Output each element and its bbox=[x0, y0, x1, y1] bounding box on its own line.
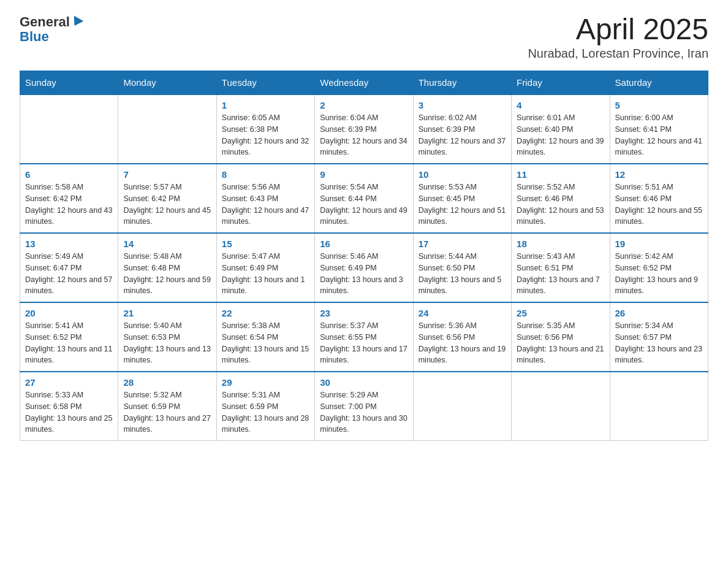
day-number: 25 bbox=[517, 308, 604, 318]
calendar-cell: 16Sunrise: 5:46 AMSunset: 6:49 PMDayligh… bbox=[315, 233, 413, 302]
calendar-cell: 11Sunrise: 5:52 AMSunset: 6:46 PMDayligh… bbox=[512, 164, 610, 233]
day-number: 1 bbox=[222, 100, 309, 110]
day-number: 8 bbox=[222, 169, 309, 180]
day-number: 15 bbox=[222, 239, 309, 249]
day-number: 28 bbox=[123, 377, 211, 388]
location-text: Nurabad, Lorestan Province, Iran bbox=[528, 47, 708, 61]
day-info: Sunrise: 6:01 AMSunset: 6:40 PMDaylight:… bbox=[517, 112, 604, 158]
day-info: Sunrise: 6:02 AMSunset: 6:39 PMDaylight:… bbox=[419, 112, 506, 158]
day-info: Sunrise: 5:36 AMSunset: 6:56 PMDaylight:… bbox=[419, 320, 506, 366]
logo: General Blue bbox=[20, 15, 82, 44]
day-number: 22 bbox=[222, 308, 309, 318]
calendar-cell: 4Sunrise: 6:01 AMSunset: 6:40 PMDaylight… bbox=[512, 94, 610, 164]
day-info: Sunrise: 5:47 AMSunset: 6:49 PMDaylight:… bbox=[222, 251, 309, 297]
day-number: 23 bbox=[320, 308, 408, 318]
day-number: 11 bbox=[517, 169, 604, 180]
calendar-cell: 15Sunrise: 5:47 AMSunset: 6:49 PMDayligh… bbox=[216, 233, 314, 302]
day-number: 12 bbox=[615, 169, 703, 180]
calendar-cell: 6Sunrise: 5:58 AMSunset: 6:42 PMDaylight… bbox=[20, 164, 118, 233]
logo-general-text: General bbox=[20, 15, 70, 29]
day-number: 13 bbox=[25, 239, 113, 249]
day-number: 5 bbox=[615, 100, 703, 110]
day-info: Sunrise: 5:35 AMSunset: 6:56 PMDaylight:… bbox=[517, 320, 604, 366]
calendar-cell: 29Sunrise: 5:31 AMSunset: 6:59 PMDayligh… bbox=[216, 372, 314, 441]
calendar-cell: 10Sunrise: 5:53 AMSunset: 6:45 PMDayligh… bbox=[413, 164, 511, 233]
day-info: Sunrise: 5:58 AMSunset: 6:42 PMDaylight:… bbox=[25, 182, 113, 228]
calendar-cell: 3Sunrise: 6:02 AMSunset: 6:39 PMDaylight… bbox=[413, 94, 511, 164]
day-info: Sunrise: 5:29 AMSunset: 7:00 PMDaylight:… bbox=[320, 389, 408, 435]
day-info: Sunrise: 5:37 AMSunset: 6:55 PMDaylight:… bbox=[320, 320, 408, 366]
calendar-week-row: 6Sunrise: 5:58 AMSunset: 6:42 PMDaylight… bbox=[20, 164, 708, 233]
day-number: 16 bbox=[320, 239, 408, 249]
calendar-cell: 17Sunrise: 5:44 AMSunset: 6:50 PMDayligh… bbox=[413, 233, 511, 302]
day-info: Sunrise: 5:51 AMSunset: 6:46 PMDaylight:… bbox=[615, 182, 703, 228]
day-number: 14 bbox=[123, 239, 211, 249]
calendar-cell: 12Sunrise: 5:51 AMSunset: 6:46 PMDayligh… bbox=[610, 164, 708, 233]
weekday-header-monday: Monday bbox=[118, 71, 216, 95]
weekday-header-wednesday: Wednesday bbox=[315, 71, 413, 95]
calendar-cell: 24Sunrise: 5:36 AMSunset: 6:56 PMDayligh… bbox=[413, 302, 511, 372]
day-info: Sunrise: 5:53 AMSunset: 6:45 PMDaylight:… bbox=[419, 182, 506, 228]
day-number: 4 bbox=[517, 100, 604, 110]
logo-triangle-icon bbox=[70, 16, 84, 29]
calendar-cell: 7Sunrise: 5:57 AMSunset: 6:42 PMDaylight… bbox=[118, 164, 216, 233]
calendar-cell: 26Sunrise: 5:34 AMSunset: 6:57 PMDayligh… bbox=[610, 302, 708, 372]
day-info: Sunrise: 5:32 AMSunset: 6:59 PMDaylight:… bbox=[123, 389, 211, 435]
day-number: 6 bbox=[25, 169, 113, 180]
calendar-cell bbox=[20, 94, 118, 164]
calendar-cell: 8Sunrise: 5:56 AMSunset: 6:43 PMDaylight… bbox=[216, 164, 314, 233]
day-number: 24 bbox=[419, 308, 506, 318]
day-info: Sunrise: 5:43 AMSunset: 6:51 PMDaylight:… bbox=[517, 251, 604, 297]
calendar-week-row: 13Sunrise: 5:49 AMSunset: 6:47 PMDayligh… bbox=[20, 233, 708, 302]
day-info: Sunrise: 5:54 AMSunset: 6:44 PMDaylight:… bbox=[320, 182, 408, 228]
calendar-week-row: 20Sunrise: 5:41 AMSunset: 6:52 PMDayligh… bbox=[20, 302, 708, 372]
day-info: Sunrise: 5:48 AMSunset: 6:48 PMDaylight:… bbox=[123, 251, 211, 297]
day-number: 26 bbox=[615, 308, 703, 318]
weekday-header-friday: Friday bbox=[512, 71, 610, 95]
day-info: Sunrise: 5:42 AMSunset: 6:52 PMDaylight:… bbox=[615, 251, 703, 297]
calendar-cell: 19Sunrise: 5:42 AMSunset: 6:52 PMDayligh… bbox=[610, 233, 708, 302]
day-number: 9 bbox=[320, 169, 408, 180]
day-number: 30 bbox=[320, 377, 408, 388]
calendar-cell: 5Sunrise: 6:00 AMSunset: 6:41 PMDaylight… bbox=[610, 94, 708, 164]
calendar-week-row: 1Sunrise: 6:05 AMSunset: 6:38 PMDaylight… bbox=[20, 94, 708, 164]
calendar-cell bbox=[118, 94, 216, 164]
logo-blue-text: Blue bbox=[20, 29, 49, 44]
day-info: Sunrise: 5:46 AMSunset: 6:49 PMDaylight:… bbox=[320, 251, 408, 297]
day-info: Sunrise: 5:40 AMSunset: 6:53 PMDaylight:… bbox=[123, 320, 211, 366]
calendar-cell bbox=[512, 372, 610, 441]
calendar-cell bbox=[610, 372, 708, 441]
weekday-header-saturday: Saturday bbox=[610, 71, 708, 95]
day-number: 29 bbox=[222, 377, 309, 388]
calendar-cell: 23Sunrise: 5:37 AMSunset: 6:55 PMDayligh… bbox=[315, 302, 413, 372]
day-info: Sunrise: 5:34 AMSunset: 6:57 PMDaylight:… bbox=[615, 320, 703, 366]
calendar-week-row: 27Sunrise: 5:33 AMSunset: 6:58 PMDayligh… bbox=[20, 372, 708, 441]
day-number: 19 bbox=[615, 239, 703, 249]
calendar-cell: 30Sunrise: 5:29 AMSunset: 7:00 PMDayligh… bbox=[315, 372, 413, 441]
month-year-title: April 2025 bbox=[528, 15, 708, 44]
calendar-cell: 20Sunrise: 5:41 AMSunset: 6:52 PMDayligh… bbox=[20, 302, 118, 372]
calendar-cell: 22Sunrise: 5:38 AMSunset: 6:54 PMDayligh… bbox=[216, 302, 314, 372]
day-info: Sunrise: 5:57 AMSunset: 6:42 PMDaylight:… bbox=[123, 182, 211, 228]
calendar-cell: 1Sunrise: 6:05 AMSunset: 6:38 PMDaylight… bbox=[216, 94, 314, 164]
weekday-header-sunday: Sunday bbox=[20, 71, 118, 95]
day-number: 10 bbox=[419, 169, 506, 180]
title-area: April 2025 Nurabad, Lorestan Province, I… bbox=[528, 15, 708, 61]
calendar-cell: 28Sunrise: 5:32 AMSunset: 6:59 PMDayligh… bbox=[118, 372, 216, 441]
day-info: Sunrise: 5:33 AMSunset: 6:58 PMDaylight:… bbox=[25, 389, 113, 435]
day-number: 17 bbox=[419, 239, 506, 249]
calendar-cell: 27Sunrise: 5:33 AMSunset: 6:58 PMDayligh… bbox=[20, 372, 118, 441]
day-info: Sunrise: 5:49 AMSunset: 6:47 PMDaylight:… bbox=[25, 251, 113, 297]
calendar-cell: 18Sunrise: 5:43 AMSunset: 6:51 PMDayligh… bbox=[512, 233, 610, 302]
day-info: Sunrise: 5:56 AMSunset: 6:43 PMDaylight:… bbox=[222, 182, 309, 228]
calendar-cell: 2Sunrise: 6:04 AMSunset: 6:39 PMDaylight… bbox=[315, 94, 413, 164]
day-number: 7 bbox=[123, 169, 211, 180]
day-number: 20 bbox=[25, 308, 113, 318]
day-info: Sunrise: 5:38 AMSunset: 6:54 PMDaylight:… bbox=[222, 320, 309, 366]
calendar-header-row: SundayMondayTuesdayWednesdayThursdayFrid… bbox=[20, 71, 708, 95]
calendar-cell bbox=[413, 372, 511, 441]
day-number: 2 bbox=[320, 100, 408, 110]
day-info: Sunrise: 6:04 AMSunset: 6:39 PMDaylight:… bbox=[320, 112, 408, 158]
calendar-cell: 25Sunrise: 5:35 AMSunset: 6:56 PMDayligh… bbox=[512, 302, 610, 372]
calendar-cell: 13Sunrise: 5:49 AMSunset: 6:47 PMDayligh… bbox=[20, 233, 118, 302]
